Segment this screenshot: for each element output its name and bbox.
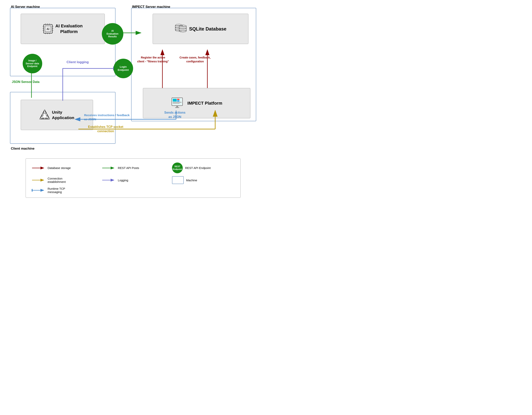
svg-rect-42 <box>175 107 179 108</box>
legend-db-storage: Database storage <box>32 163 94 173</box>
impect-platform-label: IMPECT Platform <box>187 101 222 106</box>
receives-instructions-label: Receives instructions / feedbackas JSON <box>84 113 130 121</box>
db-storage-label: Database storage <box>48 166 71 170</box>
unity-icon <box>39 109 50 120</box>
ai-platform-label: AI EvaluationPlatform <box>55 23 83 34</box>
legend-rest-posts: REST API Posts <box>102 163 164 173</box>
db-icon <box>174 23 187 34</box>
connection-label: Connectionestablishment <box>48 177 66 183</box>
json-sensor-label: JSON Sensor Data <box>12 80 39 84</box>
db-storage-arrow-svg <box>32 166 45 170</box>
db-storage-arrow <box>32 166 45 170</box>
sqlite-label: SQLite Database <box>189 26 227 32</box>
legend-rest-endpoint: RESTEndpoint REST API Endpoint <box>172 163 234 173</box>
sqlite-box: SQLite Database <box>153 14 248 44</box>
sends-actions-label: Sends actionsas JSON <box>164 110 185 119</box>
platform-icon <box>171 97 185 109</box>
machine-label-legend: Machine <box>186 179 197 182</box>
legend-box: Database storage REST API Posts RESTEndp… <box>26 158 241 198</box>
rest-posts-arrow <box>102 166 115 170</box>
ai-icon: Ai <box>43 23 53 34</box>
rest-posts-arrow-svg <box>102 166 115 170</box>
register-client-label: Register the activeclient - "fitness tra… <box>137 56 169 63</box>
logging-label: Logging <box>118 179 128 182</box>
unity-app-label: UnityApplication <box>52 109 74 120</box>
main-diagram: AI Server machine Ai AI EvaluationPlatfo… <box>6 4 260 153</box>
svg-rect-40 <box>177 100 180 102</box>
svg-text:Ai: Ai <box>47 27 49 30</box>
login-endpoint-circle: LoginEndpoint <box>114 59 133 78</box>
tcp-arrow-svg <box>32 188 45 192</box>
legend-tcp: Runtime TCPmessaging <box>32 187 94 194</box>
legend-connection: Connectionestablishment <box>32 176 94 184</box>
rest-posts-label: REST API Posts <box>118 166 139 170</box>
impect-platform-box: IMPECT Platform <box>143 88 250 118</box>
logging-arrow-svg <box>102 178 115 182</box>
ai-platform-box: Ai AI EvaluationPlatform <box>21 14 105 44</box>
logging-arrow <box>102 178 115 182</box>
create-cases-label: Create cases, feedback,configuration <box>179 56 211 63</box>
svg-rect-36 <box>173 99 177 102</box>
svg-rect-37 <box>173 102 181 103</box>
impect-server-label: IMPECT Server machine <box>132 5 171 9</box>
ai-server-label: AI Server machine <box>11 5 40 9</box>
tcp-socket-label: Establishes TCP socketconnection <box>88 125 123 134</box>
sensor-endpoint-circle: Image /Sensor dataEndpoint <box>23 54 42 73</box>
connection-arrow <box>32 178 45 182</box>
svg-rect-41 <box>176 106 178 107</box>
legend-logging: Logging <box>102 176 164 184</box>
rest-endpoint-circle-legend: RESTEndpoint <box>172 163 183 173</box>
client-logging-label: Client logging <box>67 60 89 64</box>
tcp-label: Runtime TCPmessaging <box>48 187 65 194</box>
unity-app-box: UnityApplication <box>21 100 93 130</box>
legend-machine: Machine <box>172 176 234 184</box>
ai-results-circle: AIEvaluationResults <box>102 23 123 45</box>
connection-arrow-svg <box>32 178 45 182</box>
client-machine-label: Client machine <box>11 147 35 151</box>
svg-rect-38 <box>173 103 180 104</box>
rest-endpoint-label: REST API Endpoint <box>185 166 211 170</box>
machine-box-legend <box>172 176 184 184</box>
tcp-arrow <box>32 188 45 192</box>
svg-rect-39 <box>177 99 180 100</box>
